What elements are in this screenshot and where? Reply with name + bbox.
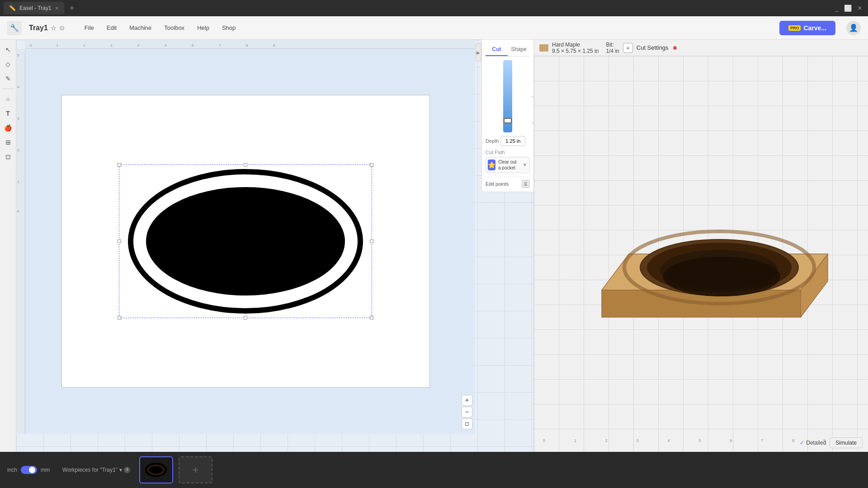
unit-toggle-switch[interactable] <box>21 466 37 474</box>
handle-bc[interactable] <box>244 316 247 319</box>
nav-file[interactable]: File <box>79 22 99 34</box>
tab-close-button[interactable]: × <box>55 5 59 12</box>
minimize-button[interactable]: ⎯ <box>833 5 840 12</box>
shapes-tool-icon[interactable]: ◇ <box>2 58 14 70</box>
layers-tool-icon[interactable]: ⊞ <box>2 136 14 149</box>
nav-edit[interactable]: Edit <box>101 22 122 34</box>
design-canvas[interactable] <box>25 49 475 434</box>
preview-tick-4: 4 <box>668 438 670 443</box>
browser-tab[interactable]: ✏️ Easel - Tray1 × <box>4 2 64 14</box>
draw-tool-icon[interactable]: ✎ <box>2 72 14 85</box>
workpiece-thumb-1[interactable] <box>139 456 173 483</box>
depth-slider-container: -0° -1½° -1° <box>486 60 530 132</box>
cut-panel: Cut Shape -0° -1½° -1° Depth Cut Path <box>481 40 533 192</box>
depth-tick-1: -1½° <box>532 94 533 99</box>
nav-help[interactable]: Help <box>192 22 215 34</box>
account-button[interactable]: 👤 <box>846 21 861 35</box>
text-tool-icon[interactable]: T <box>2 107 14 120</box>
ruler-mark-8: 8 <box>246 43 248 47</box>
bit-label: Bit: <box>606 42 613 48</box>
inch-label: inch <box>7 467 17 473</box>
nav-toolbox[interactable]: Toolbox <box>159 22 190 34</box>
oval-design[interactable] <box>128 169 363 314</box>
ruler-mark-5: 5 <box>165 43 166 47</box>
preview-3d[interactable]: 0 1 2 3 4 5 6 7 8 9 10 ✓ Detailed Simula… <box>534 56 868 452</box>
checkmark-icon: ✓ <box>800 440 804 446</box>
carve-label: Carve... <box>803 24 826 32</box>
tab-shape[interactable]: Shape <box>508 43 530 56</box>
simulate-button[interactable]: Simulate <box>830 437 863 448</box>
tab-cut[interactable]: Cut <box>486 43 508 56</box>
circle-tool-icon[interactable]: ○ <box>2 93 14 105</box>
carve-button[interactable]: PRO Carve... <box>779 21 835 35</box>
nav-machine[interactable]: Machine <box>124 22 157 34</box>
handle-tr[interactable] <box>370 163 373 167</box>
tab-title: Easel - Tray1 <box>19 5 52 11</box>
oval-inner-fill <box>146 187 345 296</box>
browser-chrome: ✏️ Easel - Tray1 × + ⎯ ⬜ ✕ <box>0 0 868 16</box>
apps-tool-icon[interactable]: ⊡ <box>2 150 14 163</box>
depth-handle[interactable] <box>504 118 512 123</box>
maximize-button[interactable]: ⬜ <box>842 5 854 12</box>
app-header: 🔧 Tray1 ☆ ⊙ File Edit Machine Toolbox He… <box>0 16 868 40</box>
ruler-mark-7: 7 <box>219 43 221 47</box>
depth-input[interactable] <box>500 136 525 146</box>
cut-settings-label[interactable]: Cut Settings <box>637 44 669 51</box>
ruler-mark-6: 6 <box>192 43 193 47</box>
workpiece-preview-svg <box>144 461 169 479</box>
close-button[interactable]: ✕ <box>855 5 864 12</box>
zoom-out-button[interactable]: − <box>462 407 472 418</box>
preview-tick-6: 6 <box>730 438 732 443</box>
ruler-mark-2: 2 <box>83 43 85 47</box>
zoom-in-button[interactable]: + <box>462 395 472 406</box>
svg-point-7 <box>149 466 163 474</box>
add-workpiece-button-bottom[interactable]: + <box>179 456 212 483</box>
project-title: Tray1 <box>29 24 48 32</box>
edit-points-row: Edit points E <box>486 177 530 188</box>
ruler-mark-9: 9 <box>273 43 275 47</box>
svg-point-4 <box>663 257 780 296</box>
material-name: Hard Maple <box>552 42 580 48</box>
bottom-bar: inch mm Workpieces for "Tray1" ▾ ? + <box>0 452 868 488</box>
material-swatch <box>539 44 548 52</box>
logo-icon: 🔧 <box>10 23 19 32</box>
share-icon[interactable]: ⊙ <box>59 24 65 32</box>
unit-toggle-group: inch mm <box>7 466 50 474</box>
preview-bottom-controls: ✓ Detailed Simulate <box>800 437 863 448</box>
ruler-left-1: 1 <box>17 180 19 184</box>
add-workpiece-button[interactable]: + <box>623 43 633 53</box>
zoom-reset-button[interactable]: ⊡ <box>462 418 472 429</box>
handle-tc[interactable] <box>244 163 247 167</box>
preview-tick-0: 0 <box>543 438 545 443</box>
ruler-mark-3: 3 <box>110 43 112 47</box>
detailed-toggle[interactable]: ✓ Detailed <box>800 440 826 446</box>
cut-settings-indicator <box>673 46 677 50</box>
handle-mr[interactable] <box>370 239 373 243</box>
panel-toggle-button[interactable]: ▶ <box>475 43 481 61</box>
handle-bl[interactable] <box>118 316 121 319</box>
preview-header: Hard Maple 9.5 × 5.75 × 1.25 in Bit: 1/4… <box>534 40 868 56</box>
cut-path-icon: ⭐ <box>488 160 495 170</box>
tray-3d-preview <box>566 164 837 344</box>
cut-path-option[interactable]: ⭐ Clear out a pocket ▼ <box>486 157 530 173</box>
cut-path-arrow-icon: ▼ <box>522 162 528 168</box>
workpieces-label-row: Workpieces for "Tray1" ▾ ? <box>62 467 130 473</box>
material-dimensions: 9.5 × 5.75 × 1.25 in <box>552 48 599 54</box>
new-tab-button[interactable]: + <box>68 4 76 13</box>
nav-shop[interactable]: Shop <box>217 22 241 34</box>
star-icon[interactable]: ☆ <box>51 24 57 32</box>
handle-ml[interactable] <box>118 239 121 243</box>
handle-tl[interactable] <box>118 163 121 167</box>
canvas-area: 0 1 2 3 4 5 6 7 8 9 5 4 3 2 1 0 <box>16 40 533 452</box>
select-tool-icon[interactable]: ↖ <box>2 43 14 56</box>
handle-br[interactable] <box>370 316 373 319</box>
cut-tabs: Cut Shape <box>486 43 530 56</box>
depth-tick-2: -1° <box>532 121 533 125</box>
ruler-left-0: 0 <box>17 209 19 213</box>
mm-label: mm <box>41 467 50 473</box>
help-icon[interactable]: ? <box>124 467 130 473</box>
edit-points-label[interactable]: Edit points <box>486 181 509 187</box>
toggle-knob <box>29 467 35 473</box>
preview-tick-1: 1 <box>574 438 576 443</box>
import-tool-icon[interactable]: 🍎 <box>2 122 14 134</box>
